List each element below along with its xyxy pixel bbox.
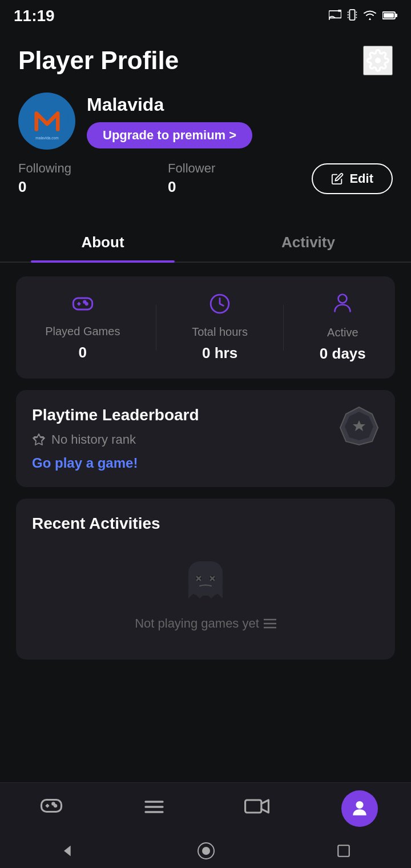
played-games-stat: Played Games 0 [45,294,120,361]
cast-icon [329,10,341,23]
follower-value: 0 [168,178,176,196]
page-title: Player Profile [18,46,179,75]
activities-empty: Not playing games yet [32,544,379,637]
svg-rect-35 [42,800,62,812]
nav-games[interactable] [29,786,74,831]
total-hours-value: 0 hrs [202,344,237,362]
status-icons [329,9,397,24]
active-label: Active [327,326,358,339]
profile-row: malavida.com Malavida Upgrade to premium… [18,93,393,150]
svg-rect-12 [384,13,394,18]
leaderboard-title: Playtime Leaderboard [32,406,379,424]
gamepad-icon [71,294,94,319]
follower-label: Follower [168,161,215,176]
nav-menu-icon [143,797,165,821]
leaderboard-rank: No history rank [32,432,379,447]
edit-button[interactable]: Edit [312,163,393,194]
profile-section: malavida.com Malavida Upgrade to premium… [0,87,411,215]
nav-video-icon [244,797,269,821]
status-bar: 11:19 [0,0,411,32]
nav-menu[interactable] [131,786,177,831]
system-nav [0,834,411,868]
vibrate-icon [347,9,357,24]
nav-video[interactable] [234,786,280,831]
back-button[interactable] [60,843,76,859]
battery-icon [382,10,397,22]
nav-avatar [341,790,378,827]
played-games-value: 0 [79,344,87,361]
tabs: About Activity [0,221,411,263]
svg-point-39 [53,803,55,805]
leaderboard-card: Playtime Leaderboard No history rank Go … [16,390,395,487]
following-stat: Following 0 [18,161,71,196]
svg-rect-11 [395,14,397,17]
following-label: Following [18,161,71,176]
svg-point-20 [83,301,85,303]
profile-info: Malavida Upgrade to premium > [87,94,252,148]
stats-card: Played Games 0 Total hours 0 hrs Activ [16,276,395,379]
main-content: Played Games 0 Total hours 0 hrs Activ [0,263,411,673]
recents-button[interactable] [336,843,351,858]
empty-text: Not playing games yet [135,616,276,631]
nav-gamepad-icon [39,795,63,821]
played-games-label: Played Games [45,325,120,338]
ghost-icon [180,556,231,607]
svg-rect-16 [73,298,92,310]
svg-text:malavida.com: malavida.com [35,136,59,140]
svg-point-47 [203,847,209,854]
svg-point-44 [356,801,363,808]
tab-activity[interactable]: Activity [206,221,411,262]
stats-divider-1 [156,305,156,351]
total-hours-stat: Total hours 0 hrs [192,293,248,362]
list-icon [264,618,276,629]
total-hours-label: Total hours [192,326,248,339]
social-stats: Following 0 Follower 0 Edit [18,161,393,202]
svg-rect-48 [338,845,349,857]
avatar: malavida.com [18,93,75,150]
profile-name: Malavida [87,94,252,115]
edit-label: Edit [349,171,373,186]
settings-button[interactable] [363,46,393,75]
clock-icon [209,293,231,320]
stats-divider-2 [283,305,284,351]
svg-rect-2 [338,10,341,12]
activities-card: Recent Activities Not playing games yet [16,499,395,660]
active-value: 0 days [320,345,366,363]
svg-rect-43 [245,800,261,813]
follower-stat: Follower 0 [168,161,215,196]
following-value: 0 [18,178,26,196]
svg-point-22 [339,295,347,303]
rank-text: No history rank [51,432,136,447]
bottom-nav [0,782,411,834]
play-link[interactable]: Go play a game! [32,455,379,471]
status-time: 11:19 [14,7,55,25]
wifi-icon [363,10,377,23]
nav-profile[interactable] [337,786,382,831]
svg-marker-45 [64,846,71,857]
active-stat: Active 0 days [320,292,366,363]
header: Player Profile [0,32,411,87]
home-button[interactable] [196,841,216,861]
upgrade-button[interactable]: Upgrade to premium > [87,122,252,148]
badge-icon [339,406,379,446]
tab-about[interactable]: About [0,221,206,262]
person-icon [332,292,353,320]
activities-title: Recent Activities [32,515,379,533]
upgrade-label: Upgrade to premium > [103,128,236,143]
svg-rect-3 [349,9,354,19]
